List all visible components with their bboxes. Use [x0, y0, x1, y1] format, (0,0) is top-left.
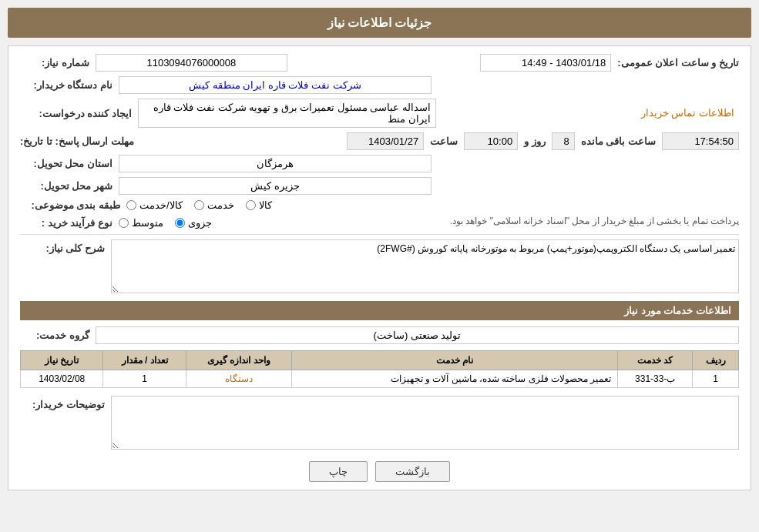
col-code: کد خدمت [618, 351, 693, 370]
ejad-konande-label: ایجاد کننده درخواست: [20, 108, 132, 119]
buyer-comment-label: توضیحات خریدار: [20, 396, 105, 410]
col-count: تعداد / مقدار [103, 351, 186, 370]
cell-radif: 1 [693, 370, 739, 388]
now-farayand-label: نوع فرآیند خرید : [20, 217, 113, 229]
ostan-value: هرمزگان [119, 155, 432, 172]
radio-kala-khedmat-item[interactable]: کالا/خدمت [126, 199, 183, 211]
cell-count: 1 [103, 370, 186, 388]
nam-dastgah-label: نام دستگاه خریدار: [20, 79, 113, 91]
goroh-khedmat-value: تولید صنعتی (ساخت) [96, 326, 739, 344]
col-name: نام خدمت [292, 351, 618, 370]
shomara-niaz-value: 1103094076000008 [96, 54, 287, 72]
col-radif: ردیف [693, 351, 739, 370]
tarikh-value: 1403/01/27 [347, 132, 424, 150]
radio-mootavsat-input[interactable] [119, 218, 129, 228]
sharh-kolli-textarea[interactable] [111, 239, 739, 293]
table-row: 1 ب-33-331 تعمیر محصولات فلزی ساخته شده،… [21, 370, 739, 388]
cell-date: 1403/02/08 [21, 370, 103, 388]
goroh-khedmat-label: گروه خدمت: [20, 330, 89, 341]
ejad-konande-value: اسداله عباسی مسئول تعمیرات برق و تهویه ش… [138, 99, 436, 128]
tarikh-elan-value: 1403/01/18 - 14:49 [480, 54, 611, 72]
cell-code: ب-33-331 [618, 370, 693, 388]
button-row: بازگشت چاپ [20, 461, 739, 482]
saat-value: 10:00 [464, 132, 518, 150]
print-button[interactable]: چاپ [309, 461, 368, 482]
radio-jozvi-item[interactable]: جزوی [175, 217, 212, 229]
cell-unit: دستگاه [186, 370, 292, 388]
col-date: تاریخ نیاز [21, 351, 103, 370]
divider1 [20, 234, 739, 235]
radio-khedmat-item[interactable]: خدمت [194, 199, 234, 211]
services-table: ردیف کد خدمت نام خدمت واحد اندازه گیری ت… [20, 350, 739, 388]
baqi-value: 17:54:50 [662, 132, 739, 150]
radio-khedmat-input[interactable] [194, 200, 204, 210]
rooz-label: روز و [524, 136, 546, 147]
radio-jozvi-input[interactable] [175, 218, 185, 228]
radio-kala-label: کالا [259, 199, 272, 211]
ostan-label: استان محل تحویل: [20, 158, 113, 169]
rooz-value: 8 [552, 132, 575, 150]
radio-kala-khedmat-input[interactable] [126, 200, 136, 210]
saat-label: ساعت [430, 136, 458, 147]
ettelaat-tamas-value[interactable]: اطلاعات تماس خریدار [442, 105, 739, 122]
col-unit: واحد اندازه گیری [186, 351, 292, 370]
back-button[interactable]: بازگشت [375, 461, 450, 482]
radio-kala-input[interactable] [246, 200, 256, 210]
shahr-label: شهر محل تحویل: [20, 180, 113, 192]
radio-kala-item[interactable]: کالا [246, 199, 272, 211]
sharh-kolli-label: شرح کلی نیاز: [20, 239, 105, 254]
radio-mootavsat-item[interactable]: متوسط [119, 217, 163, 229]
baqi-label: ساعت باقی مانده [581, 136, 656, 147]
tarikh-elan-label: تاریخ و ساعت اعلان عمومی: [617, 57, 739, 69]
buyer-comment-textarea[interactable] [111, 396, 739, 450]
ettelaat-khadamat-title: اطلاعات خدمات مورد نیاز [20, 301, 739, 320]
radio-kala-khedmat-label: کالا/خدمت [139, 199, 183, 211]
cell-name: تعمیر محصولات فلزی ساخته شده، ماشین آلات… [292, 370, 618, 388]
radio-khedmat-label: خدمت [207, 199, 234, 211]
shomara-niaz-label: شماره نیاز: [20, 57, 89, 69]
info-note: پرداخت تمام یا بخشی از مبلغ خریدار از مح… [264, 216, 739, 226]
shahr-value: جزیره کیش [119, 177, 432, 195]
services-table-container: ردیف کد خدمت نام خدمت واحد اندازه گیری ت… [20, 350, 739, 388]
radio-mootavsat-label: متوسط [132, 217, 163, 229]
mohlat-ersal-label: مهلت ارسال پاسخ: تا تاریخ: [20, 136, 134, 147]
tabaqe-bandi-label: طبقه بندی موضوعی: [20, 199, 120, 211]
page-title: جزئیات اطلاعات نیاز [8, 8, 751, 38]
nam-dastgah-value: شرکت نفت فلات قاره ایران منطقه کیش [119, 76, 432, 94]
radio-jozvi-label: جزوی [188, 217, 212, 229]
